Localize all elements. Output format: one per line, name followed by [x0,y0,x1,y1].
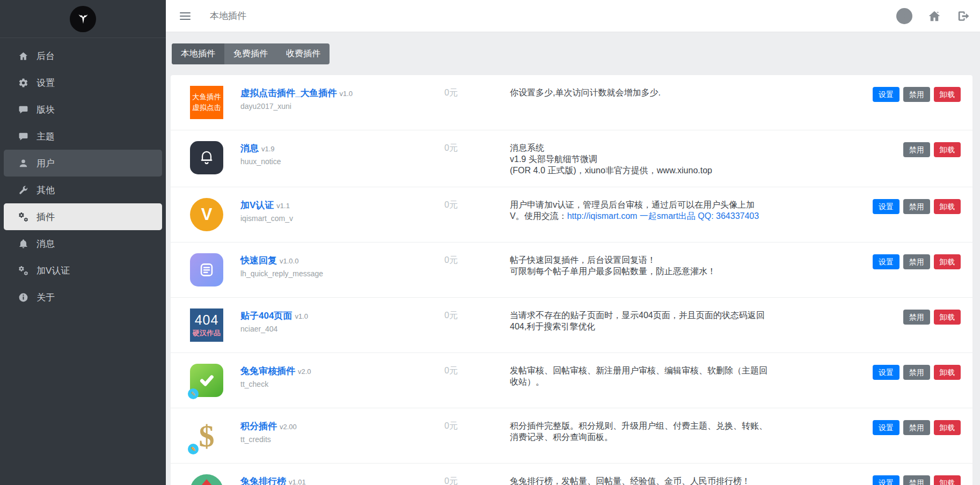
plugin-name-link[interactable]: 积分插件 [240,421,277,431]
plugin-description: 你设置多少,单次访问计数就会增加多少. [510,86,832,98]
plugin-id: nciaer_404 [240,325,434,333]
plugin-actions: 设置 禁用 卸载 [873,86,961,102]
main-area: 本地插件 本地插件 免费插件 收费插件 [166,0,980,485]
plugin-uninstall-button[interactable]: 卸载 [934,199,961,214]
plugin-disable-button[interactable]: 禁用 [903,475,930,485]
menu-toggle-icon[interactable] [180,12,191,20]
tab-paid-plugins[interactable]: 收费插件 [277,43,330,64]
plugin-disable-button[interactable]: 禁用 [903,310,930,325]
plugin-disable-button[interactable]: 禁用 [903,254,930,269]
plugin-description: 用户申请加v认证，管理员后台审核，通过后可以在用户头像上加 V。使用交流：htt… [510,198,832,222]
plugin-actions: 禁用 卸载 [903,308,961,325]
plugin-price: 0元 [434,253,503,266]
plugin-disable-button[interactable]: 禁用 [903,142,930,157]
sidebar-item-label: 主题 [36,130,55,143]
plugin-uninstall-button[interactable]: 卸载 [934,475,961,485]
plugin-icon-v-badge: V [190,198,223,231]
plugin-version: v1.9 [261,145,275,153]
tab-local-plugins[interactable]: 本地插件 [172,43,224,64]
plugin-support-link[interactable]: http://iqismart.com 一起smart出品 QQ: 364337… [567,211,759,221]
cogs-icon [18,265,28,276]
sidebar-item-other[interactable]: 其他 [4,177,162,203]
sidebar-item-v-verify[interactable]: 加V认证 [4,257,162,284]
plugin-disable-button[interactable]: 禁用 [903,420,930,435]
plugin-settings-button[interactable]: 设置 [873,365,899,380]
plugin-id: huux_notice [240,157,434,166]
plugin-settings-button[interactable]: 设置 [873,87,899,102]
plugin-uninstall-button[interactable]: 卸载 [934,87,961,102]
plugin-description: 当请求不存在的贴子页面时，显示404页面，并且页面的状态码返回 404,利于搜索… [510,308,832,332]
plugin-version: v1.1 [276,202,290,210]
plugin-name-link[interactable]: 消息 [240,143,259,153]
plugin-description: 消息系统 v1.9 头部导航细节微调 (FOR 4.0 正式版)，xiuno非官… [510,141,832,176]
plugin-actions: 设置 禁用 卸载 [873,198,961,214]
plugin-id: lh_quick_reply_message [240,269,434,278]
plugin-settings-button[interactable]: 设置 [873,475,899,485]
plugin-settings-button[interactable]: 设置 [873,420,899,435]
sidebar-item-label: 加V认证 [36,264,70,277]
plugin-version: v1.0 [295,312,308,320]
plugin-row: 快速回复v1.0.0 lh_quick_reply_message 0元 帖子快… [171,242,972,297]
plugin-settings-button[interactable]: 设置 [873,254,899,269]
gear-icon [18,77,28,88]
comment-icon [18,131,28,142]
plugin-disable-button[interactable]: 禁用 [903,87,930,102]
sidebar-item-label: 后台 [36,50,55,62]
sidebar-item-plugins[interactable]: 插件 [4,203,162,230]
plugin-price: 0元 [434,474,503,485]
sign-out-icon[interactable] [956,9,970,23]
plugin-uninstall-button[interactable]: 卸载 [934,142,961,157]
plugin-name-link[interactable]: 贴子404页面 [240,311,292,321]
plugin-uninstall-button[interactable]: 卸载 [934,420,961,435]
sidebar-item-threads[interactable]: 主题 [4,123,162,150]
topbar: 本地插件 [166,0,980,32]
plugin-row: ✎ 兔兔审核插件v2.0 tt_check 0元 发帖审核、回帖审核、新注册用户… [171,352,972,408]
edit-badge-icon: ✎ [188,388,199,399]
plugin-version: v2.0 [298,368,311,376]
sidebar-item-users[interactable]: 用户 [4,150,162,177]
content-area: 本地插件 免费插件 收费插件 大鱼插件 虚拟点击 虚拟点击插件_大鱼插件v1.0… [166,32,980,485]
plugin-disable-button[interactable]: 禁用 [903,199,930,214]
sidebar-item-forums[interactable]: 版块 [4,96,162,123]
plugin-description: 发帖审核、回帖审核、新注册用户审核、编辑审核、软删除（主题回 收站）。 [510,364,832,387]
plugin-uninstall-button[interactable]: 卸载 [934,365,961,380]
plugin-actions: 设置 禁用 卸载 [873,253,961,269]
sidebar-logo-area [0,0,166,38]
xiuno-logo-icon [70,6,96,32]
sidebar-item-label: 用户 [36,157,55,170]
home-icon[interactable] [927,9,941,23]
tab-free-plugins[interactable]: 免费插件 [224,43,277,64]
plugin-disable-button[interactable]: 禁用 [903,365,930,380]
plugin-version: v1.01 [289,478,306,485]
xiuno-site-icon[interactable] [896,8,912,24]
sidebar-item-about[interactable]: 关于 [4,284,162,311]
plugin-uninstall-button[interactable]: 卸载 [934,310,961,325]
plugin-name-link[interactable]: 快速回复 [240,255,277,266]
plugin-name-link[interactable]: 兔兔审核插件 [240,366,295,376]
plugin-name-link[interactable]: 虚拟点击插件_大鱼插件 [240,88,337,98]
plugin-icon-dayu: 大鱼插件 虚拟点击 [190,86,223,119]
sidebar-item-messages[interactable]: 消息 [4,230,162,257]
info-icon [18,292,28,303]
sidebar-item-label: 设置 [36,77,55,89]
plugin-name-link[interactable]: 兔兔排行榜 [240,476,286,485]
plugin-icon-ranklist: ★ [190,474,223,485]
plugin-uninstall-button[interactable]: 卸载 [934,254,961,269]
page-title: 本地插件 [210,10,246,22]
bell-icon [18,238,28,249]
sidebar-menu: 后台 设置 版块 主题 用户 [0,38,166,311]
plugin-id: dayu2017_xuni [240,102,434,111]
sidebar-item-settings[interactable]: 设置 [4,69,162,96]
sidebar-item-label: 关于 [36,291,55,304]
plugin-row: ★ 兔兔排行榜v1.01 tt_ranklist 0元 兔兔排行榜，发帖量、回帖… [171,463,972,485]
plugin-description: 帖子快速回复插件，后台设置回复语！ 可限制每个帖子单用户最多回帖数量，防止恶意灌… [510,253,832,277]
plugin-price: 0元 [434,419,503,432]
plugin-actions: 禁用 卸载 [903,141,961,157]
plugin-name-link[interactable]: 加V认证 [240,200,274,210]
sidebar-item-dashboard[interactable]: 后台 [4,42,162,69]
plugin-list: 大鱼插件 虚拟点击 虚拟点击插件_大鱼插件v1.0 dayu2017_xuni … [171,75,972,485]
sidebar-item-label: 消息 [36,238,55,250]
plugin-settings-button[interactable]: 设置 [873,199,899,214]
topbar-actions [896,8,970,24]
plugin-price: 0元 [434,141,503,154]
